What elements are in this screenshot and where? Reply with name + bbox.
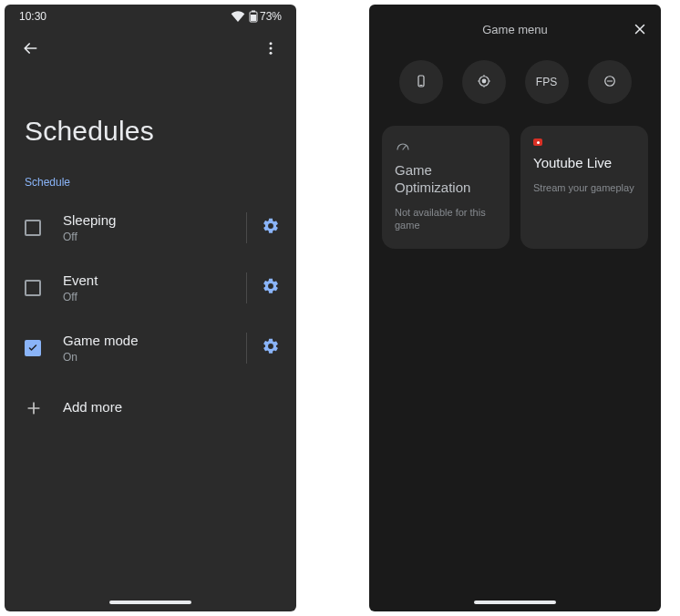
game-menu-cards: Game Optimization Not available for this… bbox=[369, 120, 661, 254]
add-more-button[interactable]: Add more bbox=[5, 378, 296, 438]
row-divider bbox=[246, 212, 247, 243]
status-bar: 10:30 73% bbox=[5, 5, 296, 28]
schedule-checkbox-game-mode[interactable] bbox=[25, 340, 41, 356]
card-subtitle: Not available for this game bbox=[395, 206, 497, 233]
schedule-item-title: Game mode bbox=[63, 333, 242, 348]
app-bar bbox=[5, 28, 296, 68]
card-title: Game Optimization bbox=[395, 162, 497, 197]
section-header: Schedule bbox=[5, 172, 296, 198]
schedule-item-event[interactable]: Event Off bbox=[54, 272, 242, 303]
schedule-checkbox-sleeping[interactable] bbox=[25, 220, 41, 236]
schedule-item-subtitle: Off bbox=[63, 231, 242, 243]
row-divider bbox=[246, 272, 247, 303]
card-title: Youtube Live bbox=[533, 155, 635, 172]
record-button[interactable] bbox=[462, 60, 506, 104]
dnd-icon bbox=[602, 73, 618, 92]
settings-button-game-mode[interactable] bbox=[256, 332, 285, 364]
schedule-item-sleeping[interactable]: Sleeping Off bbox=[54, 212, 242, 243]
schedule-item-title: Event bbox=[63, 272, 242, 288]
svg-point-5 bbox=[270, 52, 273, 55]
schedule-item-subtitle: Off bbox=[63, 291, 242, 303]
svg-point-4 bbox=[270, 47, 273, 50]
row-divider bbox=[246, 333, 247, 364]
status-right: 73% bbox=[231, 10, 282, 23]
svg-rect-1 bbox=[252, 11, 255, 13]
svg-rect-2 bbox=[251, 15, 256, 21]
settings-button-event[interactable] bbox=[256, 272, 285, 304]
game-optimization-card[interactable]: Game Optimization Not available for this… bbox=[382, 126, 510, 249]
add-more-label: Add more bbox=[63, 399, 285, 415]
nav-bar bbox=[369, 601, 661, 604]
wifi-icon bbox=[231, 11, 245, 22]
game-menu-header: Game menu bbox=[369, 5, 661, 51]
svg-point-3 bbox=[270, 42, 273, 45]
battery-text: 73% bbox=[260, 10, 282, 23]
phone-rotate-button[interactable] bbox=[399, 60, 443, 104]
phone-icon bbox=[413, 73, 429, 92]
close-button[interactable] bbox=[632, 21, 648, 40]
phone-game-menu: Game menu FPS Game O bbox=[369, 5, 661, 611]
schedule-item-subtitle: On bbox=[63, 351, 242, 364]
settings-button-sleeping[interactable] bbox=[256, 211, 285, 244]
nav-pill[interactable] bbox=[109, 601, 191, 604]
card-subtitle: Stream your gameplay bbox=[533, 181, 635, 195]
nav-bar bbox=[5, 601, 296, 604]
page-title: Schedules bbox=[5, 68, 296, 172]
battery-icon: 73% bbox=[249, 10, 282, 23]
back-button[interactable] bbox=[17, 36, 43, 61]
status-time: 10:30 bbox=[19, 10, 231, 23]
schedule-item-title: Sleeping bbox=[63, 212, 242, 228]
nav-pill[interactable] bbox=[474, 601, 556, 604]
overflow-menu-button[interactable] bbox=[258, 36, 283, 61]
svg-point-9 bbox=[481, 78, 486, 83]
schedule-row: Event Off bbox=[5, 258, 296, 318]
schedule-row: Game mode On bbox=[5, 318, 296, 378]
youtube-live-card[interactable]: Youtube Live Stream your gameplay bbox=[520, 126, 648, 249]
fps-label: FPS bbox=[536, 76, 557, 88]
phone-schedules: 10:30 73% Schedules Schedule Slee bbox=[5, 5, 296, 611]
dnd-button[interactable] bbox=[588, 60, 632, 104]
schedule-row: Sleeping Off bbox=[5, 198, 296, 258]
schedule-item-game-mode[interactable]: Game mode On bbox=[54, 333, 242, 364]
speedometer-icon bbox=[395, 139, 497, 155]
plus-icon bbox=[25, 399, 54, 417]
fps-button[interactable]: FPS bbox=[525, 60, 569, 104]
record-icon bbox=[476, 73, 492, 92]
svg-line-12 bbox=[403, 146, 406, 149]
game-menu-title: Game menu bbox=[482, 23, 548, 36]
schedule-checkbox-event[interactable] bbox=[25, 280, 41, 296]
live-icon bbox=[533, 139, 542, 146]
game-menu-icons: FPS bbox=[369, 51, 661, 120]
